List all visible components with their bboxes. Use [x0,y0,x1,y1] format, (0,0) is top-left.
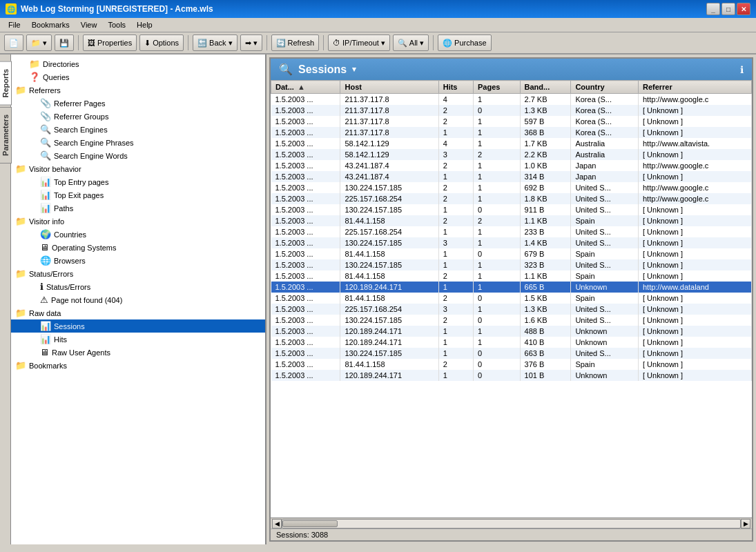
menu-help[interactable]: Help [131,19,158,30]
col-pages[interactable]: Pages [473,81,520,94]
folder-icon: 📁 [29,59,40,69]
table-row[interactable]: 1.5.2003 ...58.142.1.129322.2 KBAustrali… [271,149,752,160]
options-button[interactable]: ⬇ Options [139,34,184,51]
table-row[interactable]: 1.5.2003 ...130.224.157.185311.4 KBUnite… [271,237,752,248]
cell-hits: 3 [438,237,473,248]
table-row[interactable]: 1.5.2003 ...225.157.168.254311.3 KBUnite… [271,304,752,315]
table-row[interactable]: 1.5.2003 ...130.224.157.18511323 BUnited… [271,259,752,270]
tree-item-hits[interactable]: 📊 Hits [11,333,265,346]
table-row[interactable]: 1.5.2003 ...120.189.244.17111665 BUnknow… [271,282,752,293]
menu-bookmarks[interactable]: Bookmarks [26,19,75,30]
table-row[interactable]: 1.5.2003 ...120.189.244.17111410 BUnknow… [271,337,752,348]
table-row[interactable]: 1.5.2003 ...81.44.1.158201.5 KBSpain[ Un… [271,293,752,304]
table-row[interactable]: 1.5.2003 ...225.157.168.25411233 BUnited… [271,226,752,237]
tree-item-status-errors[interactable]: ℹ Status/Errors [11,280,265,293]
tab-reports[interactable]: Reports [0,61,12,106]
maximize-button[interactable]: □ [721,3,735,15]
new-icon: 📄 [9,39,19,48]
back-button[interactable]: 🔙 Back ▾ [193,34,237,51]
tree-item-referrer-groups[interactable]: 📎 Referrer Groups [11,110,265,123]
properties-button[interactable]: 🖼 Properties [83,34,137,51]
forward-button[interactable]: ➡▾ [240,34,262,51]
h-scroll-right-btn[interactable]: ▶ [741,519,750,529]
tree-item-status-errors-group[interactable]: 📁 Status/Errors [11,267,265,280]
cell-referrer: http://www.altavista. [638,138,751,149]
all-dropdown-icon: ▾ [420,39,424,48]
new-button[interactable]: 📄 [4,34,23,51]
sessions-table-container[interactable]: Dat... ▲ Host Hits Pages Band... Country… [271,80,752,518]
cell-referrer: [ Unknown ] [638,270,751,282]
horizontal-scrollbar-area[interactable]: ◀ ▶ [271,518,752,529]
tree-item-referrer-pages[interactable]: 📎 Referrer Pages [11,97,265,110]
open-button[interactable]: 📁▾ [26,34,52,51]
search-words-icon: 🔍 [40,150,51,161]
horizontal-scrollbar-track[interactable] [282,519,741,529]
tree-item-browsers[interactable]: 🌐 Browsers [11,254,265,267]
table-row[interactable]: 1.5.2003 ...81.44.1.158221.1 KBSpain[ Un… [271,215,752,226]
table-row[interactable]: 1.5.2003 ...43.241.187.4211.0 KBJapanhtt… [271,160,752,171]
col-date[interactable]: Dat... ▲ [271,81,340,94]
col-country[interactable]: Country [571,81,639,94]
table-row[interactable]: 1.5.2003 ...58.142.1.129411.7 KBAustrali… [271,138,752,149]
tree-item-raw-user-agents[interactable]: 🖥 Raw User Agents [11,346,265,359]
all-button[interactable]: 🔍 All ▾ [393,34,429,51]
tree-item-search-engine-phrases[interactable]: 🔍 Search Engine Phrases [11,136,265,149]
tree-item-referrers[interactable]: 📁 Referrers [11,83,265,97]
panel-info-button[interactable]: ℹ [740,64,744,75]
cell-hits: 1 [438,204,473,215]
purchase-button[interactable]: 🌐 Purchase [438,34,491,51]
tree-item-sessions[interactable]: 📊 Sessions [11,319,265,333]
col-host[interactable]: Host [340,81,438,94]
cell-hits: 4 [438,138,473,149]
close-button[interactable]: ✕ [737,3,750,15]
tree-item-directories[interactable]: 📁 Directories [11,57,265,70]
col-band[interactable]: Band... [520,81,571,94]
table-row[interactable]: 1.5.2003 ...43.241.187.411314 BJapan[ Un… [271,171,752,182]
table-row[interactable]: 1.5.2003 ...130.224.157.18510911 BUnited… [271,204,752,215]
tree-item-visitor-info[interactable]: 📁 Visitor info [11,215,265,228]
minimize-button[interactable]: _ [706,3,720,15]
menu-file[interactable]: File [3,19,26,30]
table-row[interactable]: 1.5.2003 ...81.44.1.158211.1 KBSpain[ Un… [271,270,752,282]
tab-parameters[interactable]: Parameters [0,107,12,164]
table-row[interactable]: 1.5.2003 ...81.44.1.15820376 BSpain[ Unk… [271,359,752,370]
panel-dropdown-arrow[interactable]: ▾ [352,65,356,74]
table-row[interactable]: 1.5.2003 ...130.224.157.18521692 BUnited… [271,182,752,193]
hits-icon: 📊 [40,334,51,344]
table-row[interactable]: 1.5.2003 ...120.189.244.17110101 BUnknow… [271,370,752,381]
refresh-button[interactable]: 🔄 Refresh [271,34,320,51]
tree-item-bookmarks[interactable]: 📁 Bookmarks [11,359,265,372]
tree-item-countries[interactable]: 🌍 Countries [11,228,265,241]
tree-item-search-engine-words[interactable]: 🔍 Search Engine Words [11,149,265,162]
table-row[interactable]: 1.5.2003 ...130.224.157.185201.6 KBUnite… [271,315,752,326]
tree-label-referrers: Referrers [29,86,61,95]
h-scroll-left-btn[interactable]: ◀ [272,519,282,529]
cell-country: United S... [571,348,639,359]
table-row[interactable]: 1.5.2003 ...211.37.117.8201.3 KBKorea (S… [271,105,752,116]
tree-item-paths[interactable]: 📊 Paths [11,201,265,215]
col-hits[interactable]: Hits [438,81,473,94]
table-row[interactable]: 1.5.2003 ...81.44.1.15810679 BSpain[ Unk… [271,248,752,259]
tree-item-search-engines[interactable]: 🔍 Search Engines [11,123,265,136]
tree-item-top-entry-pages[interactable]: 📊 Top Entry pages [11,175,265,188]
cell-date: 1.5.2003 ... [271,204,340,215]
table-row[interactable]: 1.5.2003 ...225.157.168.254211.8 KBUnite… [271,193,752,204]
tree-item-top-exit-pages[interactable]: 📊 Top Exit pages [11,188,265,201]
tree-item-operating-systems[interactable]: 🖥 Operating Systems [11,241,265,254]
horizontal-scrollbar-thumb[interactable] [282,520,338,527]
col-referrer[interactable]: Referrer [638,81,751,94]
tree-item-queries[interactable]: ❓ Queries [11,70,265,83]
table-row[interactable]: 1.5.2003 ...120.189.244.17111488 BUnknow… [271,326,752,337]
tree-label-visitor-info: Visitor info [29,217,64,226]
tree-item-page-not-found[interactable]: ⚠ Page not found (404) [11,293,265,306]
ip-timeout-button[interactable]: ⏱ IP/Timeout ▾ [328,34,390,51]
menu-tools[interactable]: Tools [102,19,131,30]
save-button[interactable]: 💾 [55,34,74,51]
table-row[interactable]: 1.5.2003 ...211.37.117.811368 BKorea (S.… [271,127,752,138]
table-row[interactable]: 1.5.2003 ...211.37.117.8412.7 KBKorea (S… [271,94,752,106]
tree-item-raw-data[interactable]: 📁 Raw data [11,306,265,319]
menu-view[interactable]: View [75,19,103,30]
table-row[interactable]: 1.5.2003 ...130.224.157.18510663 BUnited… [271,348,752,359]
table-row[interactable]: 1.5.2003 ...211.37.117.821597 BKorea (S.… [271,116,752,127]
tree-item-visitor-behavior[interactable]: 📁 Visitor behavior [11,162,265,175]
